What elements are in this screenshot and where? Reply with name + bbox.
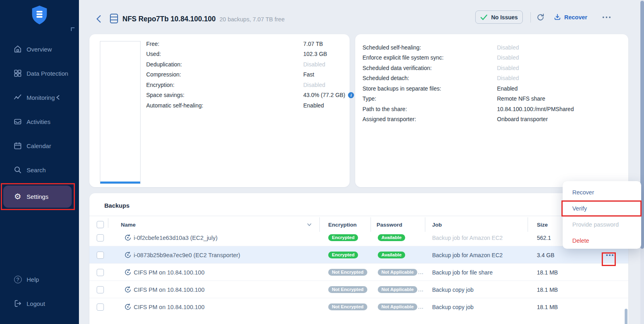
sidebar-item-label: Settings — [27, 193, 48, 200]
setting-row: Scheduled self-healing: Disabled — [362, 42, 624, 53]
sidebar-item-settings[interactable]: ⚙ Settings — [0, 188, 79, 205]
sidebar-item-activities[interactable]: Activities — [0, 113, 79, 130]
detail-label: Compression: — [146, 71, 181, 78]
menu-item-provide-password[interactable]: Provide password — [563, 217, 641, 233]
password-badge: Available — [378, 252, 405, 258]
recover-button[interactable]: Recover — [553, 12, 587, 23]
backup-name[interactable]: i-0873b25b9ea7ec9e0 (EC2 Transporter) — [134, 246, 240, 264]
page-scrollbar[interactable] — [640, 0, 644, 324]
gear-icon: ⚙ — [13, 192, 22, 201]
badge-truncation: ... — [418, 287, 424, 293]
job-link[interactable]: Backup copy job — [432, 281, 474, 298]
page-title: NFS Repo7Tb 10.84.100.100 — [122, 15, 216, 23]
app-window: Overview Data Protection Monitoring — [0, 0, 644, 324]
column-header-size[interactable]: Size — [537, 216, 548, 233]
sidebar-collapse-icon[interactable] — [71, 27, 75, 31]
setting-value: 10.84.100.100:/mnt/PMShared — [497, 106, 574, 112]
detail-row: Used: 102.3 GB — [146, 49, 346, 60]
backup-name[interactable]: CIFS PM on 10.84.100.100 — [134, 298, 205, 316]
backup-name[interactable]: CIFS PM on 10.84.100.100 — [134, 264, 205, 281]
sidebar-item-label: Help — [27, 276, 39, 283]
job-link[interactable]: Backup job for Amazon EC2 — [432, 246, 503, 264]
sidebar-item-logout[interactable]: Logout — [0, 295, 79, 312]
sort-chevron-icon[interactable] — [307, 216, 312, 233]
sidebar-item-label: Logout — [27, 300, 45, 307]
setting-value: Disabled — [497, 54, 519, 61]
row-actions-button[interactable] — [603, 248, 617, 262]
select-all-checkbox[interactable] — [97, 221, 104, 228]
refresh-button[interactable] — [535, 12, 546, 23]
inbox-icon — [13, 117, 22, 126]
detail-value: Disabled — [303, 61, 325, 68]
recovery-point-icon — [123, 264, 132, 281]
setting-value: Enabled — [497, 85, 518, 92]
setting-value: Disabled — [497, 65, 519, 71]
sidebar-item-data-protection[interactable]: Data Protection — [0, 64, 79, 82]
calendar-icon — [13, 141, 22, 150]
table-row[interactable]: i-0873b25b9ea7ec9e0 (EC2 Transporter) En… — [89, 246, 628, 264]
menu-item-delete[interactable]: Delete — [563, 233, 641, 249]
no-issues-button[interactable]: No Issues — [475, 10, 523, 24]
sidebar-item-label: Activities — [27, 118, 50, 125]
job-link[interactable]: Backup job for Amazon EC2 — [432, 233, 503, 246]
table-row[interactable]: CIFS PM on 10.84.100.100 Not Encrypted N… — [89, 298, 628, 316]
sidebar-item-label: Monitoring — [27, 94, 55, 101]
column-divider — [425, 217, 425, 232]
password-badge: Not Applicable — [378, 269, 417, 276]
job-link[interactable]: Backup copy job — [432, 298, 474, 316]
menu-item-verify[interactable]: Verify — [563, 200, 641, 217]
size-value: 18.1 MB — [537, 298, 558, 316]
table-row[interactable]: CIFS PM on 10.84.100.100 Not Encrypted N… — [89, 281, 628, 298]
logout-icon — [13, 299, 22, 308]
detail-label: Space savings: — [146, 92, 184, 98]
sidebar-item-search[interactable]: Search — [0, 161, 79, 179]
table-scrollbar-thumb[interactable] — [625, 309, 627, 324]
password-badge: Not Applicable — [378, 303, 417, 310]
sidebar-item-calendar[interactable]: Calendar — [0, 137, 79, 155]
row-checkbox[interactable] — [97, 303, 104, 311]
info-icon[interactable]: i — [348, 92, 354, 98]
backup-name[interactable]: i-0f2cbefe1e63d10a3 (EC2_july) — [134, 233, 217, 246]
backups-card: Backups Name Encryption Password Job Siz… — [89, 193, 628, 324]
capacity-gauge — [100, 41, 141, 184]
setting-row: Scheduled data verification: Disabled — [362, 63, 624, 73]
row-checkbox[interactable] — [97, 252, 104, 259]
setting-row: Type: Remote NFS share — [362, 94, 624, 104]
recovery-point-icon — [123, 298, 132, 316]
sidebar-item-monitoring[interactable]: Monitoring — [0, 89, 79, 106]
table-row[interactable]: CIFS PM on 10.84.100.100 Not Encrypted N… — [89, 264, 628, 281]
detail-row: Encryption: Disabled — [146, 80, 346, 90]
sidebar-item-label: Search — [27, 167, 46, 173]
recovery-point-icon — [123, 281, 132, 298]
column-divider — [528, 217, 528, 232]
detail-value: Disabled — [303, 82, 325, 88]
recovery-point-icon — [123, 233, 132, 246]
badge-truncation: ... — [418, 304, 424, 310]
refresh-icon — [536, 13, 545, 22]
no-issues-label: No Issues — [491, 14, 518, 21]
more-actions-button[interactable] — [601, 12, 612, 23]
encryption-badge: Not Encrypted — [328, 269, 367, 276]
menu-item-recover[interactable]: Recover — [563, 184, 641, 200]
row-checkbox[interactable] — [97, 234, 104, 241]
encryption-badge: Encrypted — [328, 252, 358, 258]
column-divider — [319, 217, 320, 232]
backup-name[interactable]: CIFS PM on 10.84.100.100 — [134, 281, 205, 298]
setting-label: Type: — [362, 95, 376, 102]
sidebar-item-help[interactable]: ? Help — [0, 270, 79, 288]
column-header-password[interactable]: Password — [377, 216, 402, 233]
column-header-name[interactable]: Name — [121, 216, 136, 233]
sidebar-item-overview[interactable]: Overview — [0, 40, 79, 58]
encryption-badge: Encrypted — [328, 234, 358, 241]
detail-row: Space savings: 43.0% (77.2 GB) i — [146, 90, 346, 101]
job-link[interactable]: Backup job for file share — [432, 264, 493, 281]
chevron-left-icon[interactable] — [56, 95, 60, 100]
row-checkbox[interactable] — [97, 286, 104, 293]
column-header-encryption[interactable]: Encryption — [328, 216, 357, 233]
back-button[interactable] — [95, 14, 103, 23]
column-header-job[interactable]: Job — [432, 216, 442, 233]
monitoring-chart-icon — [13, 93, 22, 102]
table-row[interactable]: i-0f2cbefe1e63d10a3 (EC2_july) Encrypted… — [89, 233, 628, 246]
row-checkbox[interactable] — [97, 269, 104, 276]
detail-label: Free: — [146, 41, 159, 47]
